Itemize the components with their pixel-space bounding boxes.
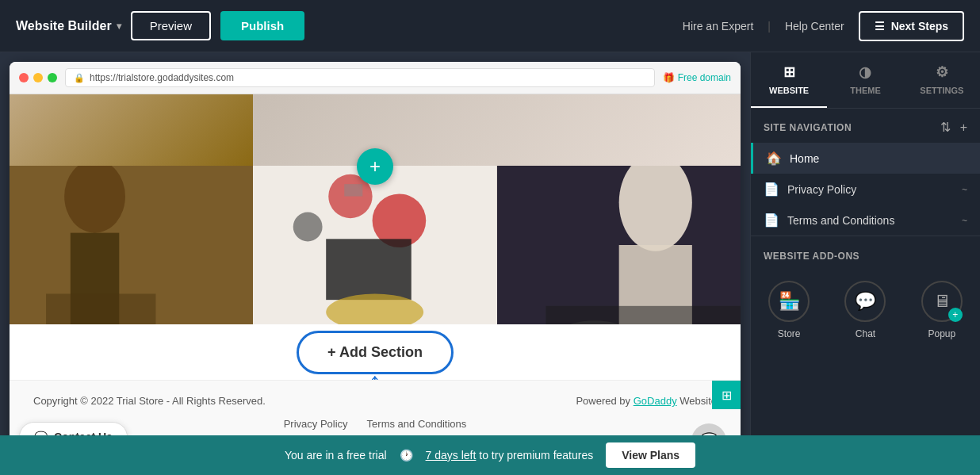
brand[interactable]: Website Builder ▾ (16, 19, 121, 33)
add-section-area: + Add Section ↑ (10, 324, 741, 380)
gift-icon: 🎁 (663, 72, 675, 83)
addons-label: WEBSITE ADD-ONS (764, 251, 859, 262)
privacy-policy-footer-link[interactable]: Privacy Policy (284, 418, 348, 430)
days-left-link[interactable]: 7 days left (426, 449, 477, 462)
nav-header-icons: ⇅ + (940, 120, 967, 135)
addon-chat[interactable]: 💬 Chat (827, 270, 903, 351)
nav-terms-label: Terms and Conditions (787, 214, 954, 227)
trial-suffix: to try premium features (479, 449, 593, 462)
page-icon-terms: 📄 (764, 213, 779, 228)
gallery-item-2 (253, 166, 496, 324)
store-icon: 🏪 (779, 291, 800, 312)
browser-window: 🔒 https://trialstore.godaddysites.com 🎁 … (10, 62, 741, 465)
terms-badge: ~ (962, 215, 967, 226)
strip-image-1 (10, 94, 253, 166)
svg-rect-3 (46, 293, 155, 324)
website-tab-icon: ⊞ (783, 63, 795, 81)
footer-links: Privacy Policy Terms and Conditions (33, 418, 717, 430)
popup-label: Popup (928, 328, 955, 339)
nav-item-terms[interactable]: 📄 Terms and Conditions ~ (751, 205, 980, 236)
brand-chevron-icon: ▾ (117, 21, 121, 32)
site-navigation-header: SITE NAVIGATION ⇅ + (751, 109, 980, 143)
lock-icon: 🔒 (74, 73, 85, 83)
brand-label: Website Builder (16, 19, 112, 33)
next-steps-button[interactable]: ☰ Next Steps (859, 11, 964, 41)
addon-items: 🏪 Store 💬 Chat 🖥 + Popup (751, 270, 980, 351)
tab-theme[interactable]: ◑ THEME (827, 52, 903, 108)
top-bar-center: Hire an Expert | Help Center ☰ Next Step… (683, 11, 964, 41)
preview-button[interactable]: Preview (131, 11, 211, 40)
grid-layout-icon[interactable]: ⊞ (712, 381, 741, 409)
popup-plus-badge: + (948, 308, 963, 322)
panel-tabs: ⊞ WEBSITE ◑ THEME ⚙ SETTINGS (751, 52, 980, 109)
theme-tab-label: THEME (850, 86, 881, 95)
page-icon-privacy: 📄 (764, 182, 779, 197)
svg-rect-14 (546, 306, 741, 324)
dot-yellow (33, 73, 43, 82)
browser-content: + (10, 94, 741, 465)
top-bar: Website Builder ▾ Preview Publish Hire a… (0, 0, 980, 52)
addon-popup[interactable]: 🖥 + Popup (904, 270, 980, 351)
terms-conditions-footer-link[interactable]: Terms and Conditions (367, 418, 467, 430)
top-bar-left: Website Builder ▾ Preview Publish (16, 11, 304, 40)
main-layout: 🔒 https://trialstore.godaddysites.com 🎁 … (0, 52, 980, 475)
store-label: Store (778, 328, 801, 339)
trial-text: You are in a free trial (285, 449, 387, 462)
nav-home-label: Home (790, 152, 967, 165)
right-panel: ⊞ WEBSITE ◑ THEME ⚙ SETTINGS SITE NAVIGA… (750, 52, 980, 475)
chat-icon: 💬 (855, 291, 876, 312)
nav-item-privacy[interactable]: 📄 Privacy Policy ~ (751, 174, 980, 205)
home-icon: 🏠 (766, 151, 782, 166)
svg-rect-10 (345, 184, 363, 196)
add-plus-button[interactable]: + (357, 148, 393, 185)
add-page-button[interactable]: + (960, 120, 967, 135)
nav-item-home[interactable]: 🏠 Home (751, 143, 980, 174)
free-domain-label: Free domain (678, 72, 731, 83)
clock-icon: 🕐 (400, 449, 413, 462)
next-steps-icon: ☰ (875, 20, 885, 33)
dot-red (19, 73, 29, 82)
trial-bar: You are in a free trial 🕐 7 days left to… (0, 435, 980, 475)
site-navigation-label: SITE NAVIGATION (764, 122, 852, 133)
gallery-item-1 (10, 166, 253, 324)
store-icon-circle: 🏪 (768, 281, 810, 322)
powered-by-text: Powered by GoDaddy Website (576, 395, 717, 407)
hire-expert-link[interactable]: Hire an Expert (683, 20, 753, 33)
gallery-item-3 (497, 166, 741, 324)
browser-chrome: 🔒 https://trialstore.godaddysites.com 🎁 … (10, 62, 741, 94)
copyright-text: Copyright © 2022 Trial Store - All Right… (33, 395, 266, 407)
browser-pane: 🔒 https://trialstore.godaddysites.com 🎁 … (0, 52, 750, 475)
website-addons-header: WEBSITE ADD-ONS (751, 236, 980, 270)
theme-tab-icon: ◑ (859, 63, 871, 81)
tab-website[interactable]: ⊞ WEBSITE (751, 52, 827, 108)
chat-icon-circle: 💬 (844, 281, 886, 322)
view-plans-button[interactable]: View Plans (606, 442, 695, 468)
nav-privacy-label: Privacy Policy (787, 183, 954, 196)
privacy-badge: ~ (962, 184, 967, 195)
addon-store[interactable]: 🏪 Store (751, 270, 827, 351)
svg-point-9 (293, 213, 323, 242)
svg-rect-7 (327, 239, 412, 300)
free-domain-badge[interactable]: 🎁 Free domain (663, 72, 731, 83)
strip-image-2 (253, 94, 741, 166)
footer-top: Copyright © 2022 Trial Store - All Right… (33, 395, 717, 407)
chat-label: Chat (856, 328, 875, 339)
reorder-icon-button[interactable]: ⇅ (940, 120, 951, 135)
settings-tab-icon: ⚙ (936, 63, 948, 81)
next-steps-label: Next Steps (891, 20, 948, 33)
help-center-link[interactable]: Help Center (785, 20, 844, 33)
godaddy-link[interactable]: GoDaddy (634, 395, 677, 407)
browser-url[interactable]: 🔒 https://trialstore.godaddysites.com (65, 68, 655, 87)
popup-icon-circle: 🖥 + (921, 281, 963, 322)
separator: | (768, 20, 771, 33)
publish-button[interactable]: Publish (220, 11, 304, 40)
url-text: https://trialstore.godaddysites.com (90, 72, 234, 83)
days-left: 7 days left to try premium features (426, 449, 594, 462)
website-tab-label: WEBSITE (769, 86, 809, 95)
browser-dots (19, 73, 57, 82)
popup-icon: 🖥 (933, 291, 951, 312)
fashion-gallery (10, 166, 741, 324)
add-section-label: + Add Section (327, 344, 423, 361)
settings-tab-label: SETTINGS (920, 86, 963, 95)
tab-settings[interactable]: ⚙ SETTINGS (904, 52, 980, 108)
